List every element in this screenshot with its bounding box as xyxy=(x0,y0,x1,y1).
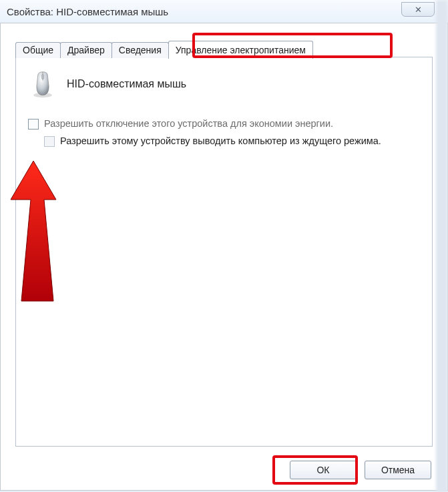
svg-rect-2 xyxy=(41,74,43,79)
tab-power-management[interactable]: Управление электропитанием xyxy=(168,41,313,59)
window-title: Свойства: HID-совместимая мышь xyxy=(7,6,168,17)
tab-driver[interactable]: Драйвер xyxy=(60,42,112,58)
checkbox-allow-power-off-row: Разрешить отключение этого устройства дл… xyxy=(28,117,420,131)
tab-panel-power: HID-совместимая мышь Разрешить отключени… xyxy=(15,57,433,447)
dialog-body: Общие Драйвер Сведения Управление электр… xyxy=(0,23,448,491)
close-icon: ✕ xyxy=(415,5,422,15)
mouse-icon xyxy=(28,69,57,99)
svg-marker-3 xyxy=(11,161,56,301)
background-blur xyxy=(436,0,448,492)
checkbox-allow-power-off[interactable] xyxy=(28,119,39,130)
device-name: HID-совместимая мышь xyxy=(67,78,186,90)
checkbox-allow-power-off-label: Разрешить отключение этого устройства дл… xyxy=(44,117,333,131)
close-button[interactable]: ✕ xyxy=(401,2,435,17)
titlebar: Свойства: HID-совместимая мышь ✕ xyxy=(0,0,448,23)
ok-button[interactable]: ОК xyxy=(290,461,357,479)
dialog-button-row: ОК Отмена xyxy=(290,461,431,479)
device-header: HID-совместимая мышь xyxy=(28,69,420,99)
tab-details[interactable]: Сведения xyxy=(111,42,169,58)
tab-strip: Общие Драйвер Сведения Управление электр… xyxy=(15,40,312,58)
cancel-button[interactable]: Отмена xyxy=(365,461,431,479)
checkbox-allow-wake-label: Разрешить этому устройству выводить комп… xyxy=(60,135,381,148)
checkbox-allow-wake[interactable] xyxy=(44,136,55,147)
tab-general[interactable]: Общие xyxy=(15,42,61,58)
annotation-arrow-icon xyxy=(0,161,76,308)
checkbox-allow-wake-row: Разрешить этому устройству выводить комп… xyxy=(28,135,420,148)
